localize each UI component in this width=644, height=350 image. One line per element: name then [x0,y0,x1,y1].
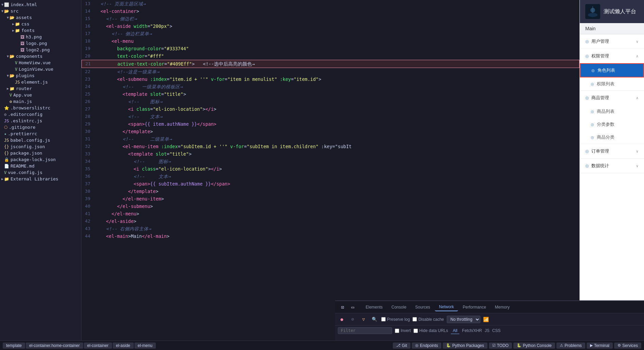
filter-js-btn[interactable]: JS [485,328,490,333]
tab-sources[interactable]: Sources [411,303,434,311]
menu-sub-item-role-list[interactable]: ◎ 角色列表 [580,63,644,77]
status-services[interactable]: ⚙ Services [614,343,641,349]
clear-btn[interactable]: ⊘ [349,315,357,323]
line-number: 41 [81,210,94,217]
tree-item-external-libs[interactable]: ▶ 📁 External Libraries [0,176,81,182]
tree-item-eslintrc-js[interactable]: ▶ JS .eslintrc.js [0,118,81,124]
menu-item-data-stats[interactable]: ◎ 数据统计 ∨ [580,159,644,173]
tree-item-editorconfig[interactable]: ▶ ⚙ .editorconfig [0,111,81,118]
status-endpoints-label: Endpoints [420,343,438,348]
breadcrumb-el-menu[interactable]: el-menu [134,343,156,349]
menu-section-auth: ◎ 权限管理 ∧ ◎ 角色列表 ◎ 权限列表 [580,49,644,91]
tree-item-src[interactable]: ▼ 📂 src [0,8,81,14]
menu-sub-item-cat-params[interactable]: ◎ 分类参数 [580,118,644,131]
tab-console[interactable]: Console [387,303,410,311]
status-problems-label: Problems [565,343,582,348]
breadcrumb-label: el-container.home-container [29,343,80,348]
tree-label: External Libraries [11,176,58,181]
tree-item-components[interactable]: ▼ 📂 components [0,53,81,59]
tree-item-homeview-vue[interactable]: ▶ V HomeView.vue [0,59,81,66]
menu-sub-label: 商品列表 [597,108,614,115]
python-console-icon: 🐍 [517,343,521,348]
tree-item-gitignore[interactable]: ▶ ⎔ .gitignore [0,124,81,130]
tree-item-app-vue[interactable]: ▶ V App.vue [0,92,81,98]
tree-item-package-json[interactable]: ▶ {} package.json [0,150,81,156]
svg-point-1 [588,13,597,17]
line-content: background-color="#333744" [99,45,579,52]
code-line-35: 35 <i class="el-icon-location"></i> [81,165,579,173]
folder-icon: 📁 [4,177,9,181]
record-btn[interactable]: ● [338,315,346,323]
tree-item-vue-config-js[interactable]: ▶ V vue.config.js [0,169,81,176]
tree-item-readme-md[interactable]: ▶ 📄 README.md [0,163,81,169]
throttling-select[interactable]: No throttling [447,316,480,323]
image-icon: 🖼 [20,35,24,39]
status-git[interactable]: ⎇ Git [393,343,410,349]
chevron-down-icon: ∨ [636,164,639,168]
status-python-packages[interactable]: 🐍 Python Packages [443,343,487,349]
tree-item-css[interactable]: ▶ 📁 css [0,21,81,27]
filter-css-btn[interactable]: CSS [492,328,501,333]
menu-item-label: 商品管理 [591,95,609,101]
menu-sub-item-goods-list[interactable]: ◎ 商品列表 [580,105,644,118]
search-btn[interactable]: 🔍 [370,315,379,323]
tree-item-h3-png[interactable]: ▶ 🖼 h3.png [0,34,81,40]
filter-all-btn[interactable]: All [451,328,459,334]
tree-item-element-js[interactable]: ▶ JS element.js [0,79,81,85]
status-problems[interactable]: ⚠ Problems [556,343,585,349]
tree-item-babel-config-js[interactable]: ▶ JS babel.config.js [0,137,81,143]
status-todo[interactable]: ☑ TODO [489,343,512,349]
line-content: text-color="#fff" [99,52,579,60]
code-line-24: 24 <!-- 一级菜单的模板区→ [81,83,579,90]
menu-item-user-mgmt[interactable]: ◎ 用户管理 ∨ [580,34,644,49]
status-terminal[interactable]: ▶ Terminal [587,343,613,349]
menu-sub-item-goods-cat[interactable]: ◎ 商品分类 [580,131,644,144]
filter-fetch-xhr-btn[interactable]: Fetch/XHR [462,328,482,333]
tree-label: logo2.png [26,47,50,52]
tab-performance[interactable]: Performance [459,303,490,311]
tree-item-index-html[interactable]: ▼ ⬜ index.html [0,1,81,8]
menu-item-order-mgmt[interactable]: ◎ 订单管理 ∨ [580,144,644,158]
menu-sub-item-perm-list[interactable]: ◎ 权限列表 [580,77,644,90]
chevron-up-icon: ∧ [636,96,639,100]
hide-data-urls-checkbox[interactable]: Hide data URLs [413,328,448,333]
code-line-21: 21 active-text-color="#409Eff"> <!--选中后高… [81,60,579,68]
tab-elements[interactable]: Elements [362,303,387,311]
tree-item-assets[interactable]: ▼ 📂 assets [0,14,81,21]
breadcrumb-el-container[interactable]: el-container.home-container [26,343,83,349]
invert-checkbox[interactable]: Invert [395,328,411,333]
line-number: 44 [81,232,94,240]
tree-item-loginview-vue[interactable]: ▶ V LoginView.vue [0,66,81,72]
status-endpoints[interactable]: ◎ Endpoints [412,343,441,349]
devtools-cursor-btn[interactable]: ⊡ [338,302,347,312]
menu-section-goods: ◎ 商品管理 ∧ ◎ 商品列表 ◎ 分类参数 ◎ 商品分类 [580,91,644,144]
code-editor[interactable]: 13<!-- 页面主题区域→14<el-container>15 <!-- 侧边… [81,0,579,340]
menu-item-goods-mgmt[interactable]: ◎ 商品管理 ∧ [580,91,644,105]
breadcrumb-template[interactable]: template [3,343,25,349]
invert-label: Invert [401,328,411,333]
breadcrumb-el-container2[interactable]: el-container [84,343,112,349]
tree-item-package-lock-json[interactable]: ▶ 🔒 package-lock.json [0,156,81,163]
tab-memory[interactable]: Memory [491,303,514,311]
filter-btn[interactable]: ▽ [360,315,368,323]
tree-item-logo2-png[interactable]: ▶ 🖼 logo2.png [0,47,81,53]
tree-item-fonts[interactable]: ▶ 📁 fonts [0,27,81,34]
tree-item-plugins[interactable]: ▼ 📂 plugins [0,72,81,79]
tree-item-jsconfig-json[interactable]: ▶ {} jsconfig.json [0,143,81,150]
tree-item-main-js[interactable]: ▶ ⚙ main.js [0,98,81,105]
tab-network[interactable]: Network [435,303,458,311]
menu-item-auth-mgmt[interactable]: ◎ 权限管理 ∧ [580,49,644,63]
breadcrumb-el-aside[interactable]: el-aside [113,343,134,349]
status-python-console[interactable]: 🐍 Python Console [513,343,555,349]
network-filter-input[interactable] [338,327,392,334]
line-content: <i class="el-icon-location"></i> [99,105,579,113]
tree-item-prettierrc[interactable]: ▶ ✦ .prettierrc [0,130,81,137]
tree-item-logo-png[interactable]: ▶ 🖼 logo.png [0,40,81,47]
preserve-log-checkbox[interactable]: Preserve log [381,317,410,322]
disable-cache-checkbox[interactable]: Disable cache [412,317,444,322]
devtools-device-btn[interactable]: ▭ [348,302,357,312]
tree-item-router[interactable]: ▶ 📁 router [0,85,81,92]
tree-item-browserslistrc[interactable]: ▶ ⭐ .browserslistrc [0,105,81,111]
tree-label: package-lock.json [11,157,56,162]
line-content: <el-aside width="200px"> [99,22,579,30]
